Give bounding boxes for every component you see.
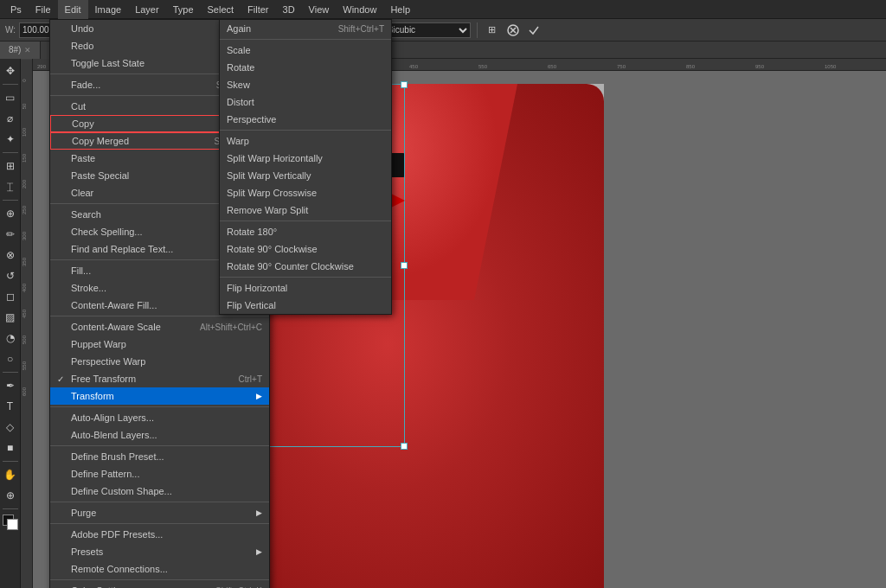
tool-gradient[interactable]: ▨: [1, 308, 20, 327]
tool-clone[interactable]: ⊗: [1, 246, 20, 265]
menubar-item-ps[interactable]: Ps: [3, 0, 29, 19]
svg-text:600: 600: [22, 387, 27, 396]
transform-split-warp-h-label: Split Warp Horizontally: [227, 153, 323, 163]
tool-move[interactable]: ✥: [1, 61, 20, 80]
svg-text:750: 750: [617, 64, 626, 69]
transform-flip-v[interactable]: Flip Vertical: [220, 297, 391, 314]
tool-eraser[interactable]: ◻: [1, 287, 20, 306]
transform-split-warp-h[interactable]: Split Warp Horizontally: [220, 150, 391, 167]
menu-color-settings[interactable]: Color Settings... Shift+Ctrl+K: [50, 582, 269, 588]
menubar-item-3d[interactable]: 3D: [276, 0, 302, 19]
menu-auto-align[interactable]: Auto-Align Layers...: [50, 409, 269, 426]
svg-text:250: 250: [22, 205, 27, 214]
svg-text:450: 450: [22, 309, 27, 318]
transform-again[interactable]: Again Shift+Ctrl+T: [220, 20, 391, 37]
svg-text:500: 500: [22, 335, 27, 344]
tool-lasso[interactable]: ⌀: [1, 109, 20, 128]
menu-auto-blend[interactable]: Auto-Blend Layers...: [50, 426, 269, 444]
tab-1-close[interactable]: ✕: [24, 46, 31, 54]
transform-split-warp-c[interactable]: Split Warp Crosswise: [220, 184, 391, 201]
transform-split-warp-c-label: Split Warp Crosswise: [227, 188, 317, 198]
tab-1-label: 8#): [9, 45, 21, 54]
menubar-item-view[interactable]: View: [302, 0, 337, 19]
tool-crop[interactable]: ⊞: [1, 157, 20, 176]
menubar-item-file[interactable]: File: [29, 0, 58, 19]
transform-perspective[interactable]: Perspective: [220, 111, 391, 128]
tool-dodge[interactable]: ○: [1, 349, 20, 368]
menu-content-aware-scale[interactable]: Content-Aware Scale Alt+Shift+Ctrl+C: [50, 318, 269, 336]
transform-flip-v-label: Flip Vertical: [227, 300, 276, 310]
menubar-item-window[interactable]: Window: [336, 0, 383, 19]
menu-define-brush[interactable]: Define Brush Preset...: [50, 448, 269, 465]
menubar-item-layer[interactable]: Layer: [128, 0, 166, 19]
menubar-item-image[interactable]: Image: [88, 0, 129, 19]
transform-menu[interactable]: Again Shift+Ctrl+T Scale Rotate Skew Dis…: [219, 19, 392, 315]
tool-history[interactable]: ↺: [1, 266, 20, 285]
tool-blur[interactable]: ◔: [1, 329, 20, 348]
tool-type[interactable]: T: [1, 397, 20, 416]
tool-path[interactable]: ◇: [1, 418, 20, 437]
transform-sep-1: [220, 39, 391, 40]
svg-text:150: 150: [22, 153, 27, 163]
menu-sep-5: [50, 316, 269, 316]
menu-sep-8: [50, 502, 269, 502]
tool-zoom[interactable]: ⊕: [1, 486, 20, 505]
tool-brush[interactable]: ✏: [1, 225, 20, 244]
transform-remove-split-label: Remove Warp Split: [227, 205, 308, 215]
transform-warp[interactable]: Warp: [220, 132, 391, 150]
transform-again-shortcut: Shift+Ctrl+T: [338, 24, 384, 34]
transform-split-warp-v[interactable]: Split Warp Vertically: [220, 167, 391, 184]
menu-free-transform[interactable]: ✓Free Transform Ctrl+T: [50, 370, 269, 387]
transform-skew[interactable]: Skew: [220, 76, 391, 93]
menu-presets[interactable]: Presets ▶: [50, 543, 269, 560]
menubar-item-filter[interactable]: Filter: [241, 0, 275, 19]
menubar-item-edit[interactable]: Edit: [58, 0, 88, 19]
svg-text:450: 450: [409, 64, 419, 69]
tool-shape[interactable]: ■: [1, 438, 20, 457]
tab-1[interactable]: 8#) ✕: [0, 42, 41, 59]
menu-remote[interactable]: Remote Connections...: [50, 560, 269, 578]
menubar-item-type[interactable]: Type: [166, 0, 201, 19]
tool-eyedropper[interactable]: ⌶: [1, 177, 20, 196]
transform-rotate90ccw-label: Rotate 90° Counter Clockwise: [227, 261, 354, 272]
commit-transform-icon[interactable]: [525, 22, 543, 39]
svg-text:50: 50: [22, 103, 27, 109]
foreground-color[interactable]: [3, 514, 18, 530]
transform-sep-3: [220, 220, 391, 221]
cancel-transform-icon[interactable]: [504, 22, 522, 39]
tool-rect-select[interactable]: ▭: [1, 88, 20, 107]
menubar-item-help[interactable]: Help: [383, 0, 417, 19]
transform-rotate90cw[interactable]: Rotate 90° Clockwise: [220, 240, 391, 258]
menu-define-shape[interactable]: Define Custom Shape...: [50, 483, 269, 500]
tool-magic-wand[interactable]: ✦: [1, 130, 20, 149]
tool-healing[interactable]: ⊕: [1, 204, 20, 223]
tool-sep-3: [3, 200, 18, 201]
menu-puppet-warp[interactable]: Puppet Warp: [50, 336, 269, 353]
tool-sep-4: [3, 372, 18, 373]
menu-transform[interactable]: Transform ▶: [50, 387, 269, 405]
transform-scale[interactable]: Scale: [220, 42, 391, 59]
interpolation-select[interactable]: Bicubic Bilinear Nearest Neighbor: [383, 22, 471, 38]
menu-define-pattern[interactable]: Define Pattern...: [50, 465, 269, 483]
menu-perspective-warp[interactable]: Perspective Warp: [50, 353, 269, 370]
transform-rotate90ccw[interactable]: Rotate 90° Counter Clockwise: [220, 258, 391, 275]
transform-rotate180[interactable]: Rotate 180°: [220, 223, 391, 240]
menu-purge[interactable]: Purge ▶: [50, 504, 269, 521]
tool-pen[interactable]: ✒: [1, 376, 20, 395]
menu-adobe-pdf[interactable]: Adobe PDF Presets...: [50, 526, 269, 543]
transform-perspective-label: Perspective: [227, 114, 276, 125]
transform-split-warp-v-label: Split Warp Vertically: [227, 170, 311, 181]
menu-bar: Ps File Edit Image Layer Type Select Fil…: [0, 0, 886, 19]
warp-icon[interactable]: ⊞: [484, 22, 501, 39]
menu-sep-7: [50, 445, 269, 446]
transform-flip-h[interactable]: Flip Horizontal: [220, 279, 391, 297]
menubar-item-select[interactable]: Select: [201, 0, 241, 19]
svg-text:550: 550: [478, 64, 488, 69]
svg-text:550: 550: [22, 361, 27, 370]
transform-again-label: Again: [227, 23, 251, 34]
transform-flip-h-label: Flip Horizontal: [227, 283, 287, 293]
transform-distort[interactable]: Distort: [220, 93, 391, 111]
transform-rotate[interactable]: Rotate: [220, 59, 391, 76]
tool-hand[interactable]: ✋: [1, 465, 20, 484]
transform-remove-split[interactable]: Remove Warp Split: [220, 201, 391, 219]
